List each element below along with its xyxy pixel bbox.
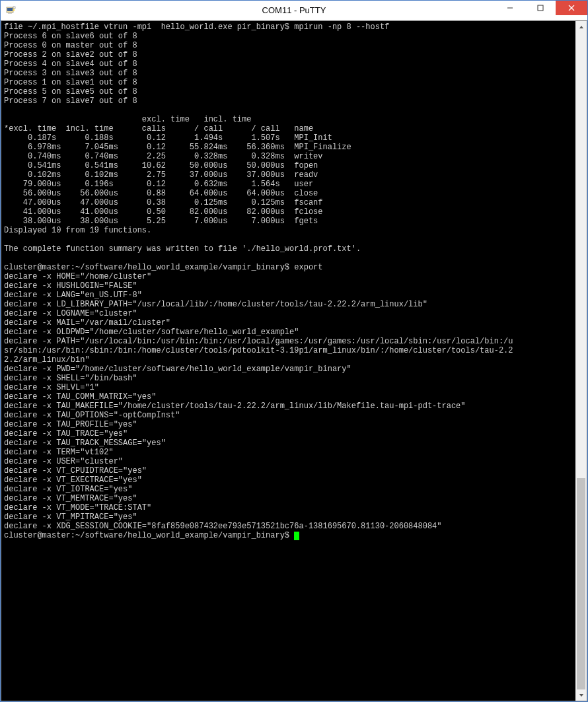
terminal-line: declare -x VT_EXECTRACE="yes" bbox=[4, 475, 142, 485]
terminal-line: Process 4 on slave4 out of 8 bbox=[4, 59, 137, 69]
terminal-line: declare -x SHLVL="1" bbox=[4, 383, 99, 392]
svg-marker-10 bbox=[579, 694, 583, 697]
terminal-line: declare -x XDG_SESSION_COOKIE="8faf859e0… bbox=[4, 522, 442, 531]
terminal-line: declare -x HOME="/home/cluster" bbox=[4, 272, 151, 281]
terminal-line: Process 2 on slave2 out of 8 bbox=[4, 50, 137, 59]
svg-rect-1 bbox=[7, 8, 13, 11]
terminal-line: 56.000us 56.000us 0.88 64.000us 64.000us… bbox=[4, 189, 318, 198]
terminal-line: declare -x VT_MEMTRACE="yes" bbox=[4, 494, 137, 503]
terminal-line: declare -x TAU_MAKEFILE="/home/cluster/t… bbox=[4, 402, 466, 411]
terminal-line: declare -x VT_CPUIDTRACE="yes" bbox=[4, 466, 147, 475]
terminal-line: Process 1 on slave1 out of 8 bbox=[4, 78, 137, 87]
terminal-line: 0.541ms 0.541ms 10.62 50.000us 50.000us … bbox=[4, 161, 318, 170]
terminal-line: 0.740ms 0.740ms 2.25 0.328ms 0.328ms wri… bbox=[4, 152, 322, 161]
terminal-line: 6.978ms 7.045ms 0.12 55.824ms 56.360ms M… bbox=[4, 143, 351, 152]
terminal-line: Process 5 on slave5 out of 8 bbox=[4, 87, 137, 96]
window-controls bbox=[495, 1, 587, 20]
terminal-line: declare -x PWD="/home/cluster/software/h… bbox=[4, 365, 351, 374]
terminal-line: declare -x USER="cluster" bbox=[4, 457, 123, 466]
cursor bbox=[294, 532, 299, 540]
terminal-line: declare -x SHELL="/bin/bash" bbox=[4, 374, 137, 383]
scroll-up-arrow[interactable] bbox=[575, 21, 587, 32]
terminal-line: 38.000us 38.000us 5.25 7.000us 7.000us f… bbox=[4, 217, 318, 226]
scroll-track[interactable] bbox=[575, 32, 587, 689]
maximize-button[interactable] bbox=[525, 1, 556, 15]
svg-rect-2 bbox=[13, 7, 15, 9]
terminal-line: Process 7 on slave7 out of 8 bbox=[4, 96, 137, 106]
terminal-line: 47.000us 47.000us 0.38 0.125ms 0.125ms f… bbox=[4, 198, 322, 207]
terminal-line: declare -x TERM="vt102" bbox=[4, 448, 114, 457]
terminal-line: declare -x PATH="/usr/local/bin:/usr/bin… bbox=[4, 337, 513, 346]
scroll-thumb[interactable] bbox=[577, 478, 585, 689]
app-icon bbox=[5, 4, 18, 17]
terminal-line: Process 0 on master out of 8 bbox=[4, 41, 137, 50]
terminal-line: declare -x VT_MPITRACE="yes" bbox=[4, 512, 137, 522]
close-button[interactable] bbox=[556, 1, 587, 15]
terminal-line: declare -x TAU_OPTIONS="-optCompInst" bbox=[4, 411, 180, 420]
terminal-line: cluster@master:~/software/hello_world_ex… bbox=[4, 263, 322, 272]
terminal-line: declare -x HUSHLOGIN="FALSE" bbox=[4, 281, 137, 291]
minimize-button[interactable] bbox=[495, 1, 525, 15]
terminal-line: 2.2/arm_linux/bin" bbox=[4, 355, 90, 365]
scroll-down-arrow[interactable] bbox=[575, 689, 587, 701]
titlebar[interactable]: COM11 - PuTTY bbox=[1, 1, 587, 20]
terminal-line: 41.000us 41.000us 0.50 82.000us 82.000us… bbox=[4, 207, 322, 217]
terminal-line: sr/sbin:/usr/bin:/sbin:/bin:/home/cluste… bbox=[4, 346, 513, 355]
terminal-line: file ~/.mpi_hostfile vtrun -mpi hello_wo… bbox=[4, 22, 389, 32]
terminal-area: file ~/.mpi_hostfile vtrun -mpi hello_wo… bbox=[1, 20, 587, 701]
terminal-line: *excl. time incl. time calls / call / ca… bbox=[4, 124, 313, 133]
terminal-line: declare -x TAU_TRACE="yes" bbox=[4, 429, 128, 439]
terminal-line: cluster@master:~/software/hello_world_ex… bbox=[4, 531, 294, 540]
terminal-line: declare -x TAU_PROFILE="yes" bbox=[4, 420, 137, 429]
terminal-line: declare -x LD_LIBRARY_PATH="/usr/local/l… bbox=[4, 300, 427, 309]
terminal-line: declare -x LANG="en_US.UTF-8" bbox=[4, 291, 142, 300]
terminal-line: declare -x VT_IOTRACE="yes" bbox=[4, 485, 132, 494]
terminal-line: declare -x MAIL="/var/mail/cluster" bbox=[4, 318, 170, 328]
svg-marker-9 bbox=[579, 26, 583, 28]
terminal-line: 0.102ms 0.102ms 2.75 37.000us 37.000us r… bbox=[4, 170, 318, 180]
putty-window: COM11 - PuTTY file ~/.mpi_hostfile vtrun… bbox=[0, 0, 588, 702]
terminal-line: declare -x TAU_TRACK_MESSAGE="yes" bbox=[4, 439, 166, 448]
terminal-line: Process 3 on slave3 out of 8 bbox=[4, 69, 137, 78]
window-title: COM11 - PuTTY bbox=[262, 5, 326, 15]
terminal-line: 0.187s 0.188s 0.12 1.494s 1.507s MPI_Ini… bbox=[4, 133, 332, 143]
terminal-line: The complete function summary was writte… bbox=[4, 244, 361, 254]
terminal-line: declare -x TAU_COMM_MATRIX="yes" bbox=[4, 392, 156, 402]
terminal-line: excl. time incl. time bbox=[4, 115, 251, 124]
terminal-line: declare -x VT_MODE="TRACE:STAT" bbox=[4, 503, 151, 512]
terminal-line: declare -x OLDPWD="/home/cluster/softwar… bbox=[4, 328, 299, 337]
terminal-line: declare -x LOGNAME="cluster" bbox=[4, 309, 137, 318]
terminal-line: 79.000us 0.196s 0.12 0.632ms 1.564s user bbox=[4, 180, 313, 189]
svg-rect-6 bbox=[538, 5, 543, 11]
terminal-line: Process 6 on slave6 out of 8 bbox=[4, 32, 137, 41]
scrollbar[interactable] bbox=[575, 21, 587, 701]
terminal-line: Displayed 10 from 19 functions. bbox=[4, 226, 151, 235]
terminal-output[interactable]: file ~/.mpi_hostfile vtrun -mpi hello_wo… bbox=[1, 21, 575, 701]
